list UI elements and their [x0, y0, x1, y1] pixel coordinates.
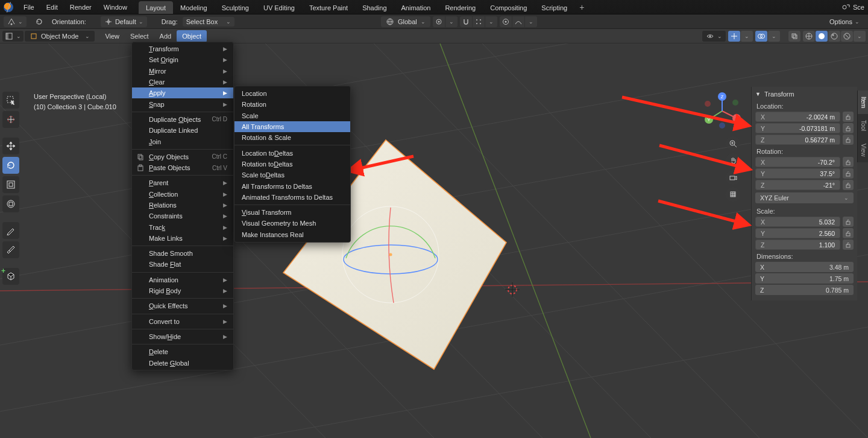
- tool-rotate[interactable]: [2, 157, 19, 174]
- shading-rendered[interactable]: [841, 31, 853, 42]
- rotation-z-field[interactable]: Z-21°: [755, 180, 840, 190]
- pivot-cluster[interactable]: ⌄: [433, 16, 458, 27]
- proportional-cluster[interactable]: ⌄: [500, 16, 537, 27]
- menu-item-track[interactable]: Track▶: [132, 221, 233, 232]
- tab-layout[interactable]: Layout: [139, 1, 173, 14]
- shading-solid[interactable]: [816, 31, 828, 42]
- menu-item-copy-objects[interactable]: Copy ObjectsCtrl C: [132, 151, 233, 162]
- overlays-toggle[interactable]: [755, 31, 767, 42]
- lock-icon[interactable]: [843, 157, 854, 167]
- tool-move[interactable]: [2, 138, 19, 154]
- xray-toggle[interactable]: [788, 31, 800, 42]
- snap-chevron-icon[interactable]: ⌄: [485, 16, 497, 27]
- location-z-field[interactable]: Z0.56727 m: [755, 135, 840, 145]
- tab-shading[interactable]: Shading: [355, 1, 394, 14]
- snap-cluster[interactable]: ⌄: [460, 16, 497, 27]
- menu-item-transform[interactable]: Transform▶: [132, 43, 233, 54]
- apply-make-instances-real[interactable]: Make Instances Real: [234, 229, 350, 240]
- editor-menu-add[interactable]: Add: [154, 30, 177, 42]
- tab-animation[interactable]: Animation: [394, 1, 438, 14]
- lock-icon[interactable]: [843, 240, 854, 250]
- menu-item-convert-to[interactable]: Convert to▶: [132, 316, 233, 327]
- menu-item-rigid-body[interactable]: Rigid Body▶: [132, 285, 233, 296]
- menu-item-parent[interactable]: Parent▶: [132, 177, 233, 188]
- apply-all-transforms-to-deltas[interactable]: All Transforms to Deltas: [234, 180, 350, 191]
- menu-item-relations[interactable]: Relations▶: [132, 200, 233, 211]
- falloff-icon[interactable]: [512, 16, 524, 27]
- menu-item-apply[interactable]: Apply▶: [132, 87, 233, 98]
- location-y-field[interactable]: Y-0.073181 m: [755, 123, 840, 133]
- options-dropdown[interactable]: Options⌄: [825, 17, 864, 27]
- rotation-x-field[interactable]: X-70.2°: [755, 157, 840, 167]
- editor-menu-select[interactable]: Select: [125, 30, 154, 42]
- snap-toggle-icon[interactable]: [460, 16, 472, 27]
- menu-item-delete-global[interactable]: Delete Global: [132, 357, 233, 368]
- apply-location[interactable]: Location: [234, 88, 350, 99]
- top-menu-file[interactable]: File: [18, 1, 40, 13]
- tab-scripting[interactable]: Scripting: [534, 1, 574, 14]
- apply-visual-geometry-to-mesh[interactable]: Visual Geometry to Mesh: [234, 218, 350, 229]
- lock-icon[interactable]: [843, 180, 854, 190]
- mode-dropdown[interactable]: Object Mode⌄: [25, 31, 95, 42]
- tool-transform[interactable]: [2, 195, 19, 212]
- menu-item-paste-objects[interactable]: Paste ObjectsCtrl V: [132, 162, 233, 173]
- lock-icon[interactable]: [843, 135, 854, 145]
- menu-item-shade-flat[interactable]: Shade Flat: [132, 259, 233, 270]
- dimension-y-field[interactable]: Y1.75 m: [755, 273, 854, 284]
- menu-item-duplicate-objects[interactable]: Duplicate ObjectsCtrl D: [132, 114, 233, 125]
- overlays-chevron-icon[interactable]: ⌄: [768, 31, 780, 42]
- side-tab-view[interactable]: View: [857, 138, 868, 163]
- menu-item-duplicate-linked[interactable]: Duplicate Linked: [132, 125, 233, 136]
- apply-visual-transform[interactable]: Visual Transform: [234, 207, 350, 218]
- menu-item-snap[interactable]: Snap▶: [132, 98, 233, 109]
- proportional-chevron-icon[interactable]: ⌄: [525, 16, 537, 27]
- viewport-3d[interactable]: User Perspective (Local) (10) Collection…: [0, 43, 868, 438]
- top-menu-window[interactable]: Window: [98, 1, 133, 13]
- apply-rotation-scale[interactable]: Rotation & Scale: [234, 132, 350, 143]
- side-tab-item[interactable]: Item: [857, 90, 868, 114]
- apply-all-transforms[interactable]: All Transforms: [234, 121, 350, 132]
- scene-label[interactable]: Sce: [853, 4, 864, 11]
- lock-icon[interactable]: [843, 123, 854, 133]
- dimension-z-field[interactable]: Z0.785 m: [755, 285, 854, 295]
- menu-item-make-links[interactable]: Make Links▶: [132, 233, 233, 244]
- pivot-icon[interactable]: [433, 16, 445, 27]
- menu-item-animation[interactable]: Animation▶: [132, 275, 233, 285]
- lock-icon[interactable]: [843, 228, 854, 238]
- apply-scale-to-deltas[interactable]: Scale to Deltas: [234, 170, 350, 180]
- scale-x-field[interactable]: X5.032: [755, 217, 840, 227]
- orientation-dropdown[interactable]: Default⌄: [101, 16, 147, 27]
- drag-dropdown[interactable]: Select Box⌄: [183, 17, 235, 27]
- tab-rendering[interactable]: Rendering: [438, 1, 483, 14]
- pan-icon[interactable]: [726, 153, 740, 168]
- apply-location-to-deltas[interactable]: Location to Deltas: [234, 147, 350, 158]
- shading-chevron-icon[interactable]: ⌄: [854, 31, 866, 42]
- menu-item-shade-smooth[interactable]: Shade Smooth: [132, 248, 233, 259]
- menu-item-constraints[interactable]: Constraints▶: [132, 211, 233, 221]
- transform-orientations-dropdown[interactable]: ⌄: [4, 16, 27, 27]
- refresh-button[interactable]: [31, 16, 47, 27]
- apply-scale[interactable]: Scale: [234, 110, 350, 121]
- shading-wireframe[interactable]: [803, 31, 815, 42]
- nav-gizmo[interactable]: X Y Z: [703, 92, 741, 130]
- dimension-x-field[interactable]: X3.48 m: [755, 262, 854, 272]
- rotation-mode-dropdown[interactable]: XYZ Euler⌄: [755, 192, 854, 203]
- menu-item-show-hide[interactable]: Show/Hide▶: [132, 331, 233, 342]
- menu-item-join[interactable]: Join: [132, 136, 233, 147]
- camera-icon[interactable]: [726, 170, 740, 185]
- apply-animated-transforms-to-deltas[interactable]: Animated Transforms to Deltas: [234, 192, 350, 203]
- location-x-field[interactable]: X-2.0024 m: [755, 112, 840, 122]
- menu-item-mirror[interactable]: Mirror▶: [132, 66, 233, 77]
- add-workspace-button[interactable]: +: [574, 1, 589, 14]
- transform-panel-header[interactable]: ▼ Transform: [753, 88, 856, 100]
- tool-measure[interactable]: [2, 241, 19, 258]
- editor-type-icon[interactable]: ⌄: [2, 31, 24, 42]
- side-tab-tool[interactable]: Tool: [857, 114, 868, 137]
- tool-add-cube[interactable]: +: [2, 268, 19, 285]
- tab-modeling[interactable]: Modeling: [173, 1, 215, 14]
- lock-icon[interactable]: [843, 168, 854, 179]
- tool-scale[interactable]: [2, 176, 19, 193]
- top-menu-render[interactable]: Render: [64, 1, 97, 13]
- menu-item-set-origin[interactable]: Set Origin▶: [132, 54, 233, 65]
- tab-texture-paint[interactable]: Texture Paint: [302, 1, 355, 14]
